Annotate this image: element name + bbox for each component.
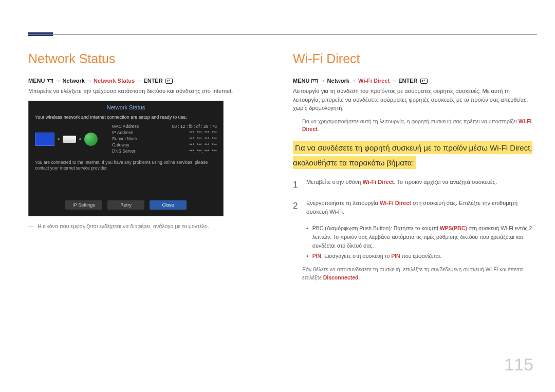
bullet-text: : Εισαγάγετε στη συσκευή το	[321, 253, 391, 259]
network-status-screenshot: Network Status Your wireless network and…	[28, 101, 224, 216]
disconnected-term: Disconnected	[323, 274, 359, 281]
step-number: 2	[293, 199, 300, 217]
ss-footer-text: You are connected to the Internet. If yo…	[35, 160, 217, 171]
bullet-pin: PIN: Εισαγάγετε στη συσκευή το PIN που ε…	[306, 252, 537, 260]
ss-key: Subnet Mask	[112, 136, 138, 141]
close-button[interactable]: Close	[150, 200, 187, 210]
note-text: Για να χρησιμοποιήσετε αυτή τη λειτουργί…	[302, 118, 519, 124]
disconnect-note: Εάν θέλετε να αποσυνδέσετε τη συσκευή, ε…	[293, 266, 537, 282]
menu-step-highlight: Wi-Fi Direct	[358, 78, 390, 84]
image-note: Η εικόνα που εμφανίζεται ενδέχεται να δι…	[28, 222, 272, 231]
menu-label: MENU	[28, 78, 45, 84]
right-column: Wi-Fi Direct MENU → Network → Wi-Fi Dire…	[293, 51, 537, 286]
bullet-text: PBC (Διαμόρφωση Push Button): Πατήστε το…	[312, 225, 440, 231]
wifi-direct-term: Wi-Fi Direct	[380, 200, 411, 206]
globe-icon	[84, 133, 98, 146]
step-body: Μεταβείτε στην οθόνη Wi-Fi Direct. Το πρ…	[306, 178, 497, 192]
step-text: . Το προϊόν αρχίζει να αναζητά συσκευές.	[394, 179, 497, 185]
bullet-text: που εμφανίζεται.	[400, 253, 441, 259]
menu-grid-icon	[47, 79, 53, 83]
ss-key: Gateway	[112, 142, 130, 147]
bullet-body: PIN: Εισαγάγετε στη συσκευή το PIN που ε…	[312, 252, 441, 260]
header-rule	[28, 34, 537, 35]
step-2: 2 Ενεργοποιήστε τη λειτουργία Wi-Fi Dire…	[293, 199, 537, 217]
menu-path-network-status: MENU → Network → Network Status → ENTER	[28, 78, 272, 84]
left-column: Network Status MENU → Network → Network …	[28, 51, 272, 286]
ss-key: DNS Server	[112, 148, 135, 154]
router-icon	[63, 136, 76, 143]
section-title-network-status: Network Status	[28, 51, 272, 66]
pin-term: PIN	[391, 253, 400, 259]
step-text: Ενεργοποιήστε τη λειτουργία	[306, 200, 380, 206]
pin-term: PIN	[312, 253, 322, 259]
step-1: 1 Μεταβείτε στην οθόνη Wi-Fi Direct. Το …	[293, 178, 537, 192]
ss-val: ***. ***. ***. ***	[189, 136, 217, 141]
body-text: Λειτουργία για τη σύνδεση του προϊόντος …	[293, 87, 537, 113]
ss-val: ***. ***. ***. ***	[189, 142, 217, 147]
menu-step-highlight: Network Status	[94, 78, 135, 84]
body-text: Μπορείτε να ελέγξετε την τρέχουσα κατάστ…	[28, 87, 272, 96]
sub-heading-wrap: Για να συνδέσετε τη φορητή συσκευή με το…	[293, 141, 537, 171]
support-note: Για να χρησιμοποιήσετε αυτή τη λειτουργί…	[293, 118, 537, 134]
menu-step: ENTER	[143, 78, 162, 84]
bullet-pbc: PBC (Διαμόρφωση Push Button): Πατήστε το…	[306, 224, 537, 250]
ss-val: ***. ***. ***. ***	[189, 148, 217, 154]
link-dot-icon	[58, 138, 60, 140]
ss-connection-graphic	[35, 124, 112, 155]
menu-step: Network	[327, 78, 349, 84]
enter-icon	[420, 79, 428, 84]
step-text: Μεταβείτε στην οθόνη	[306, 179, 362, 185]
menu-step: ENTER	[398, 78, 417, 84]
step-number: 1	[293, 178, 300, 192]
menu-grid-icon	[311, 79, 318, 83]
ss-key: IP Address	[112, 130, 133, 135]
ss-val: 00 : 12 : fb : df : 29 : 76	[172, 124, 217, 129]
menu-step: Network	[63, 78, 85, 84]
ss-val: ***. ***. ***. ***	[189, 130, 217, 135]
monitor-icon	[35, 133, 54, 146]
menu-path-wifi-direct: MENU → Network → Wi-Fi Direct → ENTER	[293, 78, 537, 84]
wifi-direct-term: Wi-Fi Direct	[362, 179, 394, 185]
link-dot-icon	[79, 138, 81, 140]
page-number: 115	[504, 354, 533, 375]
menu-label: MENU	[293, 78, 309, 84]
ss-message: Your wireless network and Internet conne…	[35, 115, 217, 120]
bullet-body: PBC (Διαμόρφωση Push Button): Πατήστε το…	[312, 224, 537, 250]
enter-icon	[165, 79, 173, 84]
ss-key: MAC Address	[112, 124, 139, 129]
ss-info-table: MAC Address00 : 12 : fb : df : 29 : 76 I…	[112, 124, 217, 155]
section-title-wifi-direct: Wi-Fi Direct	[293, 51, 537, 66]
retry-button[interactable]: Retry	[107, 200, 144, 210]
ss-title: Network Status	[35, 104, 217, 110]
ss-button-row: IP Settings Retry Close	[29, 200, 223, 210]
sub-heading: Για να συνδέσετε τη φορητή συσκευή με το…	[293, 141, 532, 169]
ip-settings-button[interactable]: IP Settings	[65, 200, 102, 210]
step-body: Ενεργοποιήστε τη λειτουργία Wi-Fi Direct…	[306, 199, 537, 217]
wps-pbc-term: WPS(PBC)	[440, 225, 467, 231]
